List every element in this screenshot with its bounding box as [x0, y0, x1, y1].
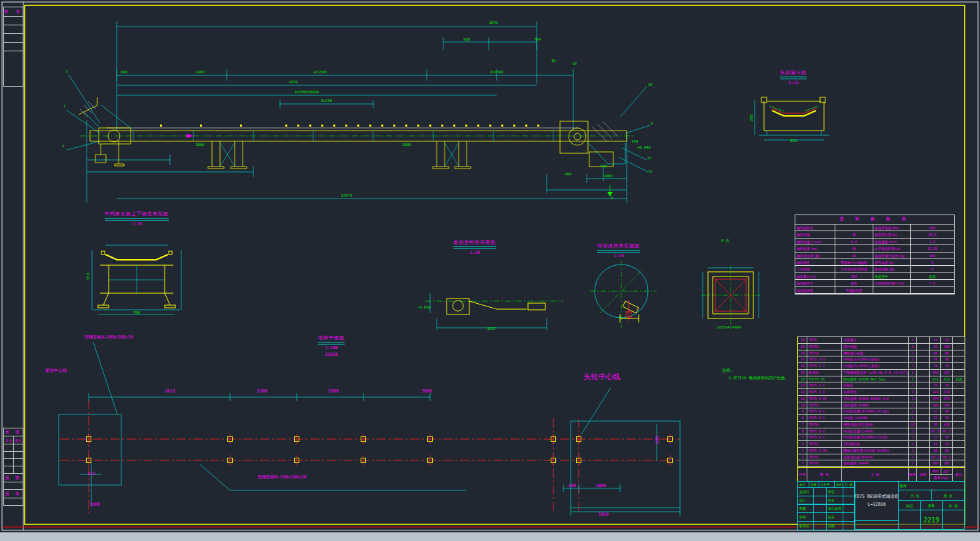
- tb-role-value[interactable]: [813, 504, 827, 514]
- bom-cell-qty: 2: [909, 434, 917, 441]
- bom-cell-qty: 1: [909, 402, 917, 409]
- countersign-table: 会 签 专业 签名 描 图 描 校: [3, 428, 23, 526]
- bom-cell-w2: 420: [941, 422, 953, 428]
- bom-cell-code: TD75 2-3: [807, 356, 842, 363]
- bom-cell-w2: 34: [941, 408, 953, 415]
- bom-cell-code: TD751: [807, 344, 842, 350]
- tb-role-label: 所长: [826, 496, 843, 505]
- tb-mark2: 标记: [898, 500, 921, 510]
- bom-cell-code: B=650: [807, 370, 842, 376]
- param-row: 物料品种名输送带宽度(mm)650: [795, 225, 954, 231]
- bom-cell-w1: 33: [930, 344, 941, 350]
- bom-cell-no: 14: [798, 376, 807, 383]
- param-cell-l2: 电机型号: [873, 273, 911, 280]
- bom-cell-mat: [917, 389, 930, 396]
- bom-cell-w1: 11: [930, 434, 941, 441]
- dim-label: 900: [565, 173, 571, 177]
- dim-label: 2612: [165, 389, 175, 394]
- bom-cell-name: 头部清扫器(B=650): [842, 454, 909, 461]
- bom-row: 10TD751改向滚筒 D=4001104104: [798, 402, 965, 409]
- bom-header-weight-unit: 重量(kg): [930, 474, 952, 481]
- tb-role-label: 标准化: [797, 521, 814, 530]
- param-cell-l2: 水平输送距离(m): [873, 245, 911, 252]
- tb-role-label: 制图: [797, 504, 814, 514]
- dim-label: 2300: [328, 389, 339, 394]
- dim-label: 650: [790, 139, 797, 143]
- param-cell-l2: 输送带长度(m): [873, 231, 911, 238]
- title-block: 标记 处数 文件号 签名 日 期 TD75 B650带式输送机 L=12810 …: [797, 481, 965, 530]
- bom-row: 7TD750槽形托辊(带支架组)1235420: [798, 422, 965, 428]
- revision-row[interactable]: [3, 42, 23, 51]
- bom-cell-rk: [953, 389, 965, 396]
- bom-row: 9TD75 8-2中间架支腿(H1=900)(Ⅱ)(斜)21734: [798, 408, 965, 415]
- param-cell-v2: 自选: [911, 273, 954, 280]
- dim-label: 8x750: [321, 99, 333, 103]
- revision-row[interactable]: [3, 33, 23, 43]
- bom-cell-w2: 414: [941, 376, 953, 383]
- bom-row: 15B=650平型橡胶输送带 L=25.4m 2-4 上3.0下1.513333…: [798, 370, 965, 376]
- head-assembly: [560, 121, 625, 197]
- bom-cell-no: 5: [798, 434, 807, 441]
- tb-role-value[interactable]: [843, 512, 855, 522]
- bom-cell-code: TD75 2-1: [807, 363, 842, 370]
- tb-role-value[interactable]: [813, 521, 827, 530]
- tb-drawing-no: 图号: [898, 481, 965, 490]
- bom-cell-name: 改向滚筒 D=400: [842, 402, 909, 409]
- param-cell-v2: 12.81: [911, 245, 954, 252]
- tb-weight-label: 重量: [920, 500, 943, 510]
- tb-role-value[interactable]: [843, 521, 855, 530]
- bom-cell-name: 中间架支腿(H1=900)(Ⅰ)(直): [842, 434, 909, 441]
- param-row: 输送机类型平稳输送型: [795, 287, 954, 294]
- bom-cell-w1: 414: [930, 376, 941, 383]
- param-cell-v2: 400: [911, 253, 954, 259]
- annotation-label: 尾轮中心线: [45, 368, 67, 374]
- checking-row[interactable]: [3, 498, 23, 506]
- tb-role-value[interactable]: [813, 496, 827, 505]
- dim-label: 1600: [402, 143, 411, 147]
- bom-cell-code: TD75 8-1: [807, 434, 842, 441]
- tb-role-value[interactable]: [843, 487, 855, 496]
- revision-row[interactable]: [3, 25, 23, 34]
- bom-cell-w1: 170: [930, 396, 941, 402]
- tb-mark-value: [898, 510, 921, 530]
- bom-cell-code: TD751: [807, 454, 842, 461]
- bom-cell-rk: [953, 402, 965, 409]
- tb-role-label: 审核: [797, 512, 814, 522]
- bom-cell-mat: [917, 422, 930, 428]
- bom-cell-no: 17: [798, 356, 807, 363]
- bom-header-weight: 单件总计 重量(kg): [930, 468, 953, 481]
- bom-row: 1TD752改向滚筒 D=4001102102: [798, 460, 965, 467]
- view-title-text: 头部漏斗图: [780, 71, 807, 75]
- tb-sheets: 共 张: [898, 490, 932, 501]
- param-cell-l1: 物料粒度(mm): [795, 245, 835, 252]
- dim-label: 23670: [341, 194, 353, 198]
- revision-row[interactable]: [3, 16, 23, 25]
- bom-cell-w2: 118: [941, 389, 953, 396]
- bom-cell-w1: 78: [930, 356, 941, 363]
- bom-cell-name: 中间架 L=6000: [842, 415, 909, 422]
- bom-row: 6TD75 8-2中间架支腿(L=950)147.547.5: [798, 428, 965, 435]
- view-scale: 1:15: [780, 80, 807, 87]
- revision-row[interactable]: [3, 51, 23, 87]
- tb-role-value[interactable]: [843, 504, 855, 514]
- bom-cell-rk: [953, 370, 965, 376]
- bom-row: 4TD757空段清扫器11313: [798, 441, 965, 448]
- param-cell-l1: 物料名称: [795, 231, 835, 238]
- bom-cell-rk: [953, 448, 965, 454]
- param-cell-v1: 有棱角中小块物料: [835, 259, 873, 266]
- tb-role-value[interactable]: [843, 496, 855, 505]
- checking-label: 描 校: [3, 489, 23, 498]
- dim-label: 1: [63, 105, 65, 109]
- tb-role-value[interactable]: [813, 512, 827, 522]
- bom-cell-no: 7: [798, 422, 807, 428]
- dim-label: 13: [648, 170, 653, 174]
- bom-cell-qty: 1: [909, 370, 917, 376]
- bom-cell-code: TD75 8-1: [807, 415, 842, 422]
- view-pulley-circle: [590, 261, 657, 328]
- tb-role-value[interactable]: [813, 487, 827, 496]
- bom-cell-code: TD750: [807, 422, 842, 428]
- bom-cell-name: 头部漏斗: [842, 337, 909, 344]
- tb-role-label: 总设计: [797, 487, 814, 496]
- tb-weight-value: 2219: [920, 510, 943, 530]
- bom-cell-mat: [917, 434, 930, 441]
